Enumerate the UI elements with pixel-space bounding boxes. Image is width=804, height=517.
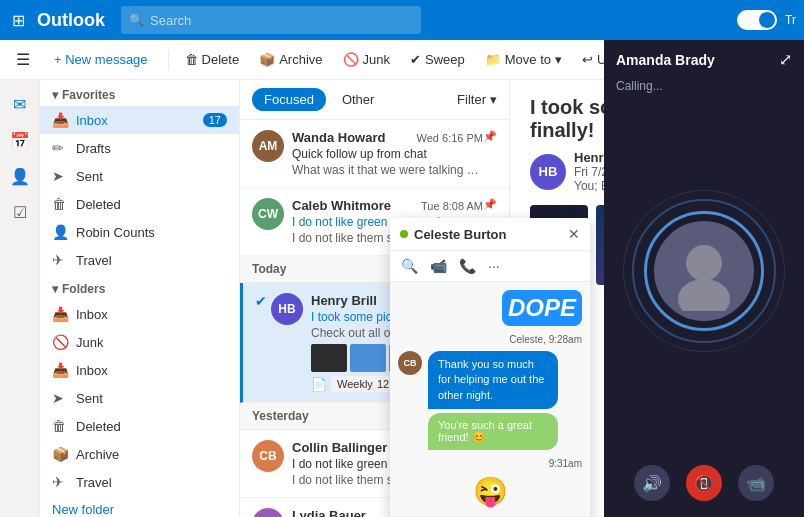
svg-point-1 (678, 279, 730, 311)
sidebar: ▾ Favorites 📥 Inbox 17 ✏ Drafts ➤ Sent 🗑… (40, 80, 240, 517)
delete-button[interactable]: 🗑 Delete (177, 48, 248, 71)
calling-header: Amanda Brady ⤢ (604, 40, 804, 79)
filter-button[interactable]: Filter ▾ (457, 92, 497, 107)
calling-status: Calling... (604, 79, 804, 93)
email-thumb (311, 344, 347, 372)
avatar: LB (252, 508, 284, 517)
toggle-switch[interactable] (737, 10, 777, 30)
check-icon: ✔ (255, 293, 267, 309)
email-sender: Wanda Howard (292, 130, 385, 145)
person-icon: 👤 (52, 224, 68, 240)
sidebar-item-folders-travel[interactable]: ✈ Travel (40, 468, 239, 496)
drafts-icon: ✏ (52, 140, 68, 156)
top-bar: ⊞ Outlook 🔍 Tr (0, 0, 804, 40)
sidebar-item-drafts[interactable]: ✏ Drafts (40, 134, 239, 162)
sidebar-item-folders-sent[interactable]: ➤ Sent (40, 384, 239, 412)
chat-close-button[interactable]: ✕ (568, 226, 580, 242)
email-sender: Lydia Bauer (292, 508, 366, 517)
sidebar-item-robin[interactable]: 👤 Robin Counts (40, 218, 239, 246)
sweep-button[interactable]: ✔ Sweep (402, 48, 473, 71)
search-icon: 🔍 (129, 13, 144, 27)
sidebar-item-folders-deleted[interactable]: 🗑 Deleted (40, 412, 239, 440)
pin-icon: 📌 (483, 198, 497, 211)
avatar: CB (252, 440, 284, 472)
sidebar-item-folders-junk[interactable]: 🚫 Junk (40, 328, 239, 356)
chat-video-button[interactable]: 📹 (427, 255, 450, 277)
top-bar-label: Tr (785, 13, 796, 27)
pin-icon: 📌 (483, 130, 497, 143)
chat-bubble-row: CB Thank you so much for helping me out … (398, 351, 582, 450)
trash-icon: 🗑 (185, 52, 198, 67)
archive-icon: 📦 (259, 52, 275, 67)
calendar-icon-btn[interactable]: 📅 (4, 124, 36, 156)
mail-icon-btn[interactable]: ✉ (4, 88, 36, 120)
chat-popup-header: Celeste Burton ✕ (390, 218, 590, 251)
sent-icon: ➤ (52, 168, 68, 184)
calling-expand-button[interactable]: ⤢ (779, 50, 792, 69)
new-message-button[interactable]: + New message (42, 48, 160, 71)
folder-deleted-icon: 🗑 (52, 418, 68, 434)
chat-message-bubble: Thank you so much for helping me out the… (428, 351, 558, 409)
search-bar: 🔍 (121, 6, 421, 34)
folder-icon: 📥 (52, 362, 68, 378)
email-subject: Quick follow up from chat (292, 147, 483, 161)
chat-toolbar: 🔍 📹 📞 ··· (390, 251, 590, 282)
folders-section-header[interactable]: ▾ Folders (40, 274, 239, 300)
chevron-down-icon: ▾ (52, 88, 58, 102)
chevron-down-icon: ▾ (490, 92, 497, 107)
hamburger-button[interactable]: ☰ (8, 46, 38, 73)
move-to-button[interactable]: 📁 Move to ▾ (477, 48, 570, 71)
end-call-button[interactable]: 📵 (686, 465, 722, 501)
chevron-down-icon: ▾ (555, 52, 562, 67)
avatar: HB (530, 154, 566, 190)
folder-archive-icon: 📦 (52, 446, 68, 462)
chat-call-button[interactable]: 📞 (456, 255, 479, 277)
email-preview: What was it that we were talking about t… (292, 163, 483, 177)
chat-messages: DOPE Celeste, 9:28am CB Thank you so muc… (390, 282, 590, 516)
calling-avatar-area (604, 93, 804, 449)
email-sender: Collin Ballinger (292, 440, 387, 455)
sidebar-item-folders-archive[interactable]: 📦 Archive (40, 440, 239, 468)
people-icon-btn[interactable]: 👤 (4, 160, 36, 192)
tasks-icon-btn[interactable]: ☑ (4, 196, 36, 228)
app-title: Outlook (37, 10, 105, 31)
undo-icon: ↩ (582, 52, 593, 67)
calling-name: Amanda Brady (616, 52, 715, 68)
video-call-button[interactable]: 📹 (738, 465, 774, 501)
inbox-icon: 📥 (52, 112, 68, 128)
junk-button[interactable]: 🚫 Junk (335, 48, 398, 71)
email-sender: Henry Brill (311, 293, 377, 308)
attachment-icon: 📄 (311, 377, 327, 392)
folder-sent-icon: ➤ (52, 390, 68, 406)
tab-other[interactable]: Other (330, 88, 387, 111)
inbox-badge: 17 (203, 113, 227, 127)
favorites-section-header[interactable]: ▾ Favorites (40, 80, 239, 106)
new-folder-link[interactable]: New folder (40, 496, 239, 517)
tab-focused[interactable]: Focused (252, 88, 326, 111)
sidebar-item-inbox[interactable]: 📥 Inbox 17 (40, 106, 239, 134)
chat-avatar: CB (398, 351, 422, 375)
email-date: Tue 8:08 AM (421, 200, 483, 212)
calling-avatar-ring (644, 211, 764, 331)
list-item[interactable]: AM Wanda Howard Wed 6:16 PM Quick follow… (240, 120, 509, 188)
chat-more-button[interactable]: ··· (485, 255, 503, 277)
sidebar-item-travel[interactable]: ✈ Travel (40, 246, 239, 274)
archive-button[interactable]: 📦 Archive (251, 48, 330, 71)
email-date: Wed 6:16 PM (417, 132, 483, 144)
travel-icon: ✈ (52, 252, 68, 268)
app-grid-icon[interactable]: ⊞ (8, 7, 29, 34)
move-icon: 📁 (485, 52, 501, 67)
avatar: HB (271, 293, 303, 325)
speaker-button[interactable]: 🔊 (634, 465, 670, 501)
online-status-dot (400, 230, 408, 238)
sidebar-item-sent[interactable]: ➤ Sent (40, 162, 239, 190)
sidebar-item-deleted[interactable]: 🗑 Deleted (40, 190, 239, 218)
chat-search-button[interactable]: 🔍 (398, 255, 421, 277)
chat-contact-name: Celeste Burton (414, 227, 568, 242)
chat-sticker: DOPE (502, 290, 582, 326)
left-icon-bar: ✉ 📅 👤 ☑ (0, 80, 40, 517)
search-input[interactable] (150, 13, 413, 28)
chat-popup: Celeste Burton ✕ 🔍 📹 📞 ··· DOPE Celeste,… (390, 218, 590, 517)
sidebar-item-folders-inbox[interactable]: 📥 Inbox (40, 300, 239, 328)
sidebar-item-folders-inbox2[interactable]: 📥 Inbox (40, 356, 239, 384)
